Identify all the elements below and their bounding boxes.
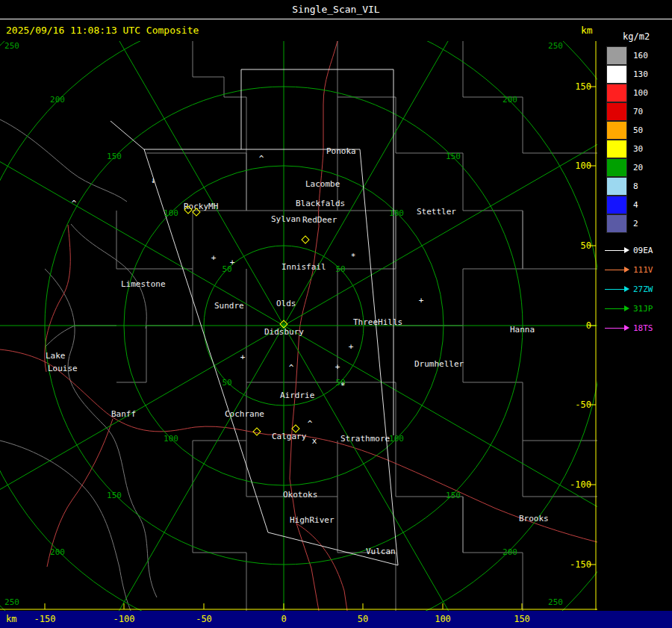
bottom-axis-labels: -150-100-50050100150 [0,611,597,628]
map-marker-icon: x [312,436,317,446]
range-ring-label: 150 [107,152,122,161]
legend-value: 30 [633,144,643,154]
map-marker-icon: ^ [308,419,313,429]
legend-value: 160 [633,51,648,60]
map-marker-icon: + [335,362,340,372]
storm-track-id: 09EA [633,246,653,255]
place-label: Innisfail [281,262,326,272]
legend-color-swatch [606,158,627,177]
range-ring-label: 150 [107,491,122,500]
scan-timestamp: 2025/09/16 11:08:13 UTC Composite [6,25,199,36]
range-ring-label: 200 [50,95,65,105]
axis-label-y: 150 [564,81,591,92]
map-marker-icon: ^ [72,199,77,208]
axis-label-y: 50 [564,240,591,251]
range-ring-label: 200 [50,547,65,557]
place-label: Stettler [417,207,456,217]
map-marker-icon: * [340,381,346,391]
map-marker-icon: + [230,258,235,267]
place-label: Louise [48,364,78,373]
range-ring-label: 250 [548,597,563,607]
window-title: Single_Scan_VIL [292,4,379,15]
place-label: Vulcan [366,547,396,556]
storm-track-id: 111V [633,265,653,275]
legend-value: 50 [633,125,643,135]
place-label: ThreeHills [353,317,402,327]
axis-label-y: -50 [564,400,591,410]
right-axis-unit-label: km [581,25,593,36]
storm-track-id: 27ZW [633,285,653,294]
axis-label-y: -100 [564,479,591,490]
range-ring-label: 150 [446,491,461,500]
map-label-layer: 5010015020025050100150200250501001502002… [0,41,597,611]
map-marker-icon: + [349,342,354,352]
axis-label-x: -100 [113,614,135,624]
legend-value: 130 [633,69,648,79]
place-label: Banff [111,409,136,419]
legend-panel: kg/m2 16013010070503020842 09EA111V27ZW3… [597,19,672,611]
legend-color-swatch [606,177,627,196]
place-label: Lacombe [305,179,340,189]
range-ring-label: 200 [503,547,517,557]
place-label: Didsbury [264,327,304,337]
storm-track-id: 31JP [633,304,653,314]
place-label: Airdrie [280,391,314,400]
legend-value: 8 [633,181,638,191]
map-marker-icon: + [211,253,217,263]
axis-label-x: 150 [514,614,530,624]
legend-color-swatch [606,84,627,102]
place-label: Okotoks [283,490,317,500]
place-label: Limestone [121,279,166,289]
axis-label-y: 0 [564,320,591,331]
map-marker-icon: * [351,252,356,261]
legend-units-label: kg/m2 [623,31,672,42]
axis-label-x: 100 [435,614,451,624]
legend-entry: 160 [606,46,672,65]
storm-track-arrow [605,250,624,251]
place-label: Sylvan [271,214,301,224]
header-bar: 2025/09/16 11:08:13 UTC Composite km [0,19,672,41]
range-ring-label: 50 [335,264,345,274]
color-scale: 16013010070503020842 [606,46,672,233]
place-label: Strathmore [340,434,390,444]
axis-label-x: -50 [196,614,212,624]
legend-color-swatch [606,140,627,158]
legend-color-swatch [606,196,627,214]
map-marker-icon: ^ [289,363,294,373]
legend-value: 2 [633,219,638,228]
radar-window: Single_Scan_VIL 2025/09/16 11:08:13 UTC … [0,0,672,628]
legend-color-swatch [606,121,627,140]
axis-label-x: 50 [358,614,368,624]
radar-map: 5010015020025050100150200250501001502002… [0,41,597,611]
legend-entry: 4 [606,196,672,214]
storm-track-arrow [605,270,624,270]
axis-label-x: 0 [281,614,286,624]
window-titlebar: Single_Scan_VIL [0,0,672,19]
map-marker-icon: + [240,352,246,362]
legend-entry: 130 [606,65,672,84]
range-ring-label: 200 [503,95,517,105]
range-ring-label: 250 [4,597,19,607]
legend-value: 20 [633,163,643,172]
range-ring-label: 100 [389,208,404,218]
storm-track-arrowhead-icon [624,247,629,253]
place-label: Ponoka [326,146,356,156]
place-label: Blackfalds [296,199,345,208]
place-label: Olds [276,299,296,308]
place-label: Sundre [214,301,244,311]
storm-track-arrowhead-icon [624,267,629,273]
range-ring-label: 100 [389,434,404,444]
storm-track-entry: 18TS [605,318,672,338]
legend-entry: 50 [606,121,672,140]
range-ring-label: 250 [4,41,19,51]
range-ring-label: 100 [164,208,178,218]
range-ring-label: 150 [446,152,461,161]
storm-track-entry: 111V [605,260,672,279]
axis-label-y: 100 [564,161,591,171]
place-label: Brooks [519,514,549,523]
storm-track-arrow [605,308,624,309]
legend-value: 70 [633,107,643,116]
place-label: Calgary [272,432,306,441]
legend-color-swatch [606,102,627,121]
legend-entry: 100 [606,84,672,102]
